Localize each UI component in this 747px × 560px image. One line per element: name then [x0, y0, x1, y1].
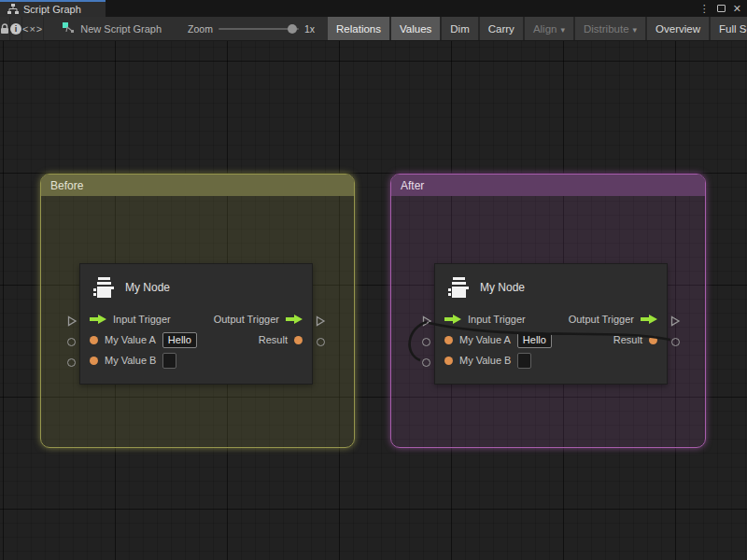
outer-result-port[interactable]	[317, 338, 325, 346]
exec-input-port-icon[interactable]	[444, 315, 461, 324]
code-view-button[interactable]: <×>	[22, 17, 44, 40]
result-label: Result	[259, 334, 288, 345]
menu-icon[interactable]: ⋮	[699, 4, 710, 14]
group-after-header[interactable]: After	[391, 175, 705, 196]
toolbar-buttons: Relations Values Dim Carry Align Distrib…	[328, 17, 747, 40]
outer-value-b-port[interactable]	[67, 358, 76, 367]
value-b-input[interactable]	[517, 353, 531, 369]
group-before-label: Before	[50, 179, 83, 192]
dim-button[interactable]: Dim	[442, 17, 477, 40]
relations-button[interactable]: Relations	[328, 17, 389, 40]
outer-exec-input-port[interactable]	[66, 315, 78, 327]
chevron-down-icon	[633, 23, 638, 35]
align-button[interactable]: Align	[525, 17, 573, 40]
info-button[interactable]: i	[10, 17, 22, 40]
tab-label: Script Graph	[23, 4, 81, 15]
unit-icon	[446, 275, 471, 300]
value-b-row: My Value B	[435, 350, 667, 371]
output-trigger-label: Output Trigger	[214, 314, 279, 325]
group-after-label: After	[401, 179, 424, 192]
new-script-graph-button[interactable]: New Script Graph	[53, 17, 171, 40]
window-controls: ⋮ ✕	[699, 0, 747, 17]
close-icon[interactable]: ✕	[733, 4, 741, 14]
outer-value-a-port[interactable]	[67, 338, 76, 346]
result-label: Result	[613, 334, 642, 345]
result-port-icon[interactable]	[294, 336, 303, 344]
maximize-icon[interactable]	[717, 5, 726, 12]
value-b-label: My Value B	[459, 355, 511, 366]
value-a-label: My Value A	[459, 334, 511, 345]
script-graph-window: Script Graph ⋮ ✕ i <×> New Scr	[0, 0, 747, 560]
result-port-icon[interactable]	[649, 336, 657, 344]
exec-input-port-icon[interactable]	[90, 315, 106, 324]
output-trigger-label: Output Trigger	[569, 314, 634, 325]
value-a-port-icon[interactable]	[444, 336, 453, 344]
chevron-down-icon	[560, 23, 565, 35]
graph-icon	[7, 4, 19, 15]
node-header[interactable]: My Node	[435, 264, 667, 309]
align-label: Align	[533, 23, 557, 35]
value-b-row: My Value B	[80, 350, 312, 371]
lock-icon	[0, 23, 9, 35]
new-script-graph-label: New Script Graph	[80, 23, 162, 35]
values-button[interactable]: Values	[391, 17, 440, 40]
value-b-port-icon[interactable]	[90, 357, 98, 365]
outer-exec-output-port[interactable]	[315, 315, 326, 327]
title-bar: Script Graph ⋮ ✕	[0, 0, 747, 17]
value-a-input[interactable]: Hello	[517, 332, 552, 348]
value-a-row: My Value A Hello Result	[80, 329, 312, 350]
value-a-port-icon[interactable]	[90, 336, 98, 344]
unit-icon	[92, 275, 116, 300]
full-screen-button[interactable]: Full Screen	[711, 17, 747, 40]
info-icon: i	[10, 23, 21, 35]
zoom-slider[interactable]	[218, 28, 299, 30]
trigger-row: Input Trigger Output Trigger	[435, 309, 667, 329]
distribute-label: Distribute	[584, 23, 629, 35]
outer-value-a-port[interactable]	[422, 338, 430, 346]
outer-result-port[interactable]	[671, 338, 680, 346]
value-a-input[interactable]: Hello	[162, 332, 197, 348]
value-b-input[interactable]	[162, 353, 176, 369]
node-title: My Node	[480, 281, 525, 294]
trigger-row: Input Trigger Output Trigger	[80, 309, 312, 329]
lock-button[interactable]	[0, 17, 10, 40]
graph-toolbar: i <×> New Script Graph Zoom 1x Relations…	[0, 17, 747, 41]
outer-exec-output-port[interactable]	[669, 315, 681, 327]
value-a-row: My Value A Hello Result	[435, 329, 667, 350]
exec-output-port-icon[interactable]	[286, 315, 303, 324]
node-header[interactable]: My Node	[80, 264, 312, 309]
node-my-node-after[interactable]: My Node Input Trigger Output Trigger My …	[434, 263, 668, 385]
outer-exec-input-port[interactable]	[421, 315, 432, 327]
overview-button[interactable]: Overview	[647, 17, 709, 40]
value-b-port-icon[interactable]	[444, 357, 453, 365]
node-my-node-before[interactable]: My Node Input Trigger Output Trigger My …	[79, 263, 313, 385]
script-graph-asset-icon	[63, 22, 75, 35]
group-before-header[interactable]: Before	[41, 175, 354, 196]
distribute-button[interactable]: Distribute	[575, 17, 645, 40]
carry-button[interactable]: Carry	[480, 17, 523, 40]
exec-output-port-icon[interactable]	[641, 315, 657, 324]
zoom-control: Zoom 1x	[171, 17, 315, 40]
code-view-icon: <×>	[22, 23, 43, 35]
value-b-label: My Value B	[105, 355, 156, 366]
outer-value-b-port[interactable]	[422, 358, 430, 367]
input-trigger-label: Input Trigger	[468, 314, 526, 325]
tab-script-graph[interactable]: Script Graph	[0, 0, 106, 17]
zoom-label: Zoom	[188, 23, 213, 35]
input-trigger-label: Input Trigger	[113, 314, 171, 325]
zoom-slider-thumb[interactable]	[288, 24, 297, 34]
value-a-label: My Value A	[105, 334, 156, 345]
zoom-value: 1x	[304, 23, 315, 35]
node-title: My Node	[125, 281, 170, 294]
